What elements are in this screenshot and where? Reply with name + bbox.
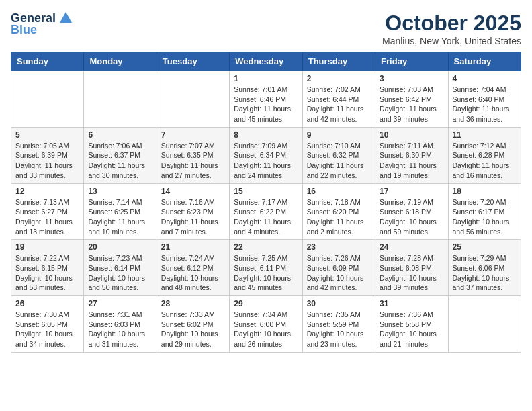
day-info: Sunrise: 7:13 AM Sunset: 6:27 PM Dayligh…	[15, 197, 79, 237]
empty-cell	[448, 296, 521, 353]
day-info: Sunrise: 7:07 AM Sunset: 6:35 PM Dayligh…	[161, 141, 225, 181]
day-number: 23	[307, 242, 371, 252]
day-info: Sunrise: 7:28 AM Sunset: 6:08 PM Dayligh…	[380, 253, 443, 293]
day-number: 7	[161, 130, 225, 140]
day-info: Sunrise: 7:03 AM Sunset: 6:42 PM Dayligh…	[380, 85, 443, 124]
day-info: Sunrise: 7:26 AM Sunset: 6:09 PM Dayligh…	[307, 253, 371, 293]
calendar-day-19: 19Sunrise: 7:22 AM Sunset: 6:15 PM Dayli…	[11, 240, 84, 296]
day-number: 3	[380, 74, 443, 83]
calendar-week-row: 19Sunrise: 7:22 AM Sunset: 6:15 PM Dayli…	[11, 240, 521, 296]
day-number: 25	[453, 242, 517, 252]
day-number: 14	[161, 187, 225, 196]
calendar-day-31: 31Sunrise: 7:36 AM Sunset: 5:58 PM Dayli…	[375, 296, 448, 353]
day-info: Sunrise: 7:11 AM Sunset: 6:30 PM Dayligh…	[380, 141, 443, 181]
day-header-sunday: Sunday	[11, 52, 84, 71]
calendar-day-9: 9Sunrise: 7:10 AM Sunset: 6:32 PM Daylig…	[302, 127, 375, 183]
day-info: Sunrise: 7:22 AM Sunset: 6:15 PM Dayligh…	[15, 253, 79, 293]
day-number: 1	[234, 74, 298, 83]
day-number: 9	[307, 130, 371, 140]
calendar-week-row: 5Sunrise: 7:05 AM Sunset: 6:39 PM Daylig…	[11, 127, 521, 183]
calendar-week-row: 1Sunrise: 7:01 AM Sunset: 6:46 PM Daylig…	[11, 71, 521, 128]
day-info: Sunrise: 7:31 AM Sunset: 6:03 PM Dayligh…	[88, 310, 152, 349]
calendar-day-22: 22Sunrise: 7:25 AM Sunset: 6:11 PM Dayli…	[230, 240, 302, 296]
calendar-day-12: 12Sunrise: 7:13 AM Sunset: 6:27 PM Dayli…	[11, 183, 84, 240]
calendar-day-17: 17Sunrise: 7:19 AM Sunset: 6:18 PM Dayli…	[375, 183, 448, 240]
empty-cell	[84, 71, 157, 128]
calendar-day-8: 8Sunrise: 7:09 AM Sunset: 6:34 PM Daylig…	[230, 127, 302, 183]
day-number: 15	[234, 187, 298, 196]
day-info: Sunrise: 7:05 AM Sunset: 6:39 PM Dayligh…	[15, 141, 79, 181]
day-number: 16	[307, 187, 371, 196]
logo-icon	[58, 11, 73, 26]
day-info: Sunrise: 7:01 AM Sunset: 6:46 PM Dayligh…	[234, 85, 298, 124]
day-info: Sunrise: 7:20 AM Sunset: 6:17 PM Dayligh…	[453, 197, 517, 237]
day-number: 27	[88, 299, 152, 308]
day-header-wednesday: Wednesday	[230, 52, 302, 71]
day-number: 11	[453, 130, 517, 140]
calendar-day-20: 20Sunrise: 7:23 AM Sunset: 6:14 PM Dayli…	[84, 240, 157, 296]
empty-cell	[157, 71, 229, 128]
day-number: 2	[307, 74, 371, 83]
day-info: Sunrise: 7:09 AM Sunset: 6:34 PM Dayligh…	[234, 141, 298, 181]
day-number: 21	[161, 242, 225, 252]
day-info: Sunrise: 7:02 AM Sunset: 6:44 PM Dayligh…	[307, 85, 371, 124]
calendar-day-18: 18Sunrise: 7:20 AM Sunset: 6:17 PM Dayli…	[448, 183, 521, 240]
day-number: 31	[380, 299, 443, 308]
logo-blue-text: Blue	[11, 23, 37, 37]
day-number: 18	[453, 187, 517, 196]
day-info: Sunrise: 7:12 AM Sunset: 6:28 PM Dayligh…	[453, 141, 517, 181]
day-number: 13	[88, 187, 152, 196]
day-header-thursday: Thursday	[302, 52, 375, 71]
svg-marker-0	[60, 12, 72, 23]
empty-cell	[11, 71, 84, 128]
calendar-day-7: 7Sunrise: 7:07 AM Sunset: 6:35 PM Daylig…	[157, 127, 229, 183]
calendar-day-14: 14Sunrise: 7:16 AM Sunset: 6:23 PM Dayli…	[157, 183, 229, 240]
calendar-table: SundayMondayTuesdayWednesdayThursdayFrid…	[11, 52, 521, 353]
calendar-day-1: 1Sunrise: 7:01 AM Sunset: 6:46 PM Daylig…	[230, 71, 302, 128]
calendar-header-row: SundayMondayTuesdayWednesdayThursdayFrid…	[11, 52, 521, 71]
day-info: Sunrise: 7:19 AM Sunset: 6:18 PM Dayligh…	[380, 197, 443, 237]
day-number: 24	[380, 242, 443, 252]
location-text: Manlius, New York, United States	[382, 36, 521, 46]
day-number: 22	[234, 242, 298, 252]
calendar-day-3: 3Sunrise: 7:03 AM Sunset: 6:42 PM Daylig…	[375, 71, 448, 128]
day-info: Sunrise: 7:23 AM Sunset: 6:14 PM Dayligh…	[88, 253, 152, 293]
day-number: 8	[234, 130, 298, 140]
day-info: Sunrise: 7:29 AM Sunset: 6:06 PM Dayligh…	[453, 253, 517, 293]
calendar-day-4: 4Sunrise: 7:04 AM Sunset: 6:40 PM Daylig…	[448, 71, 521, 128]
calendar-day-5: 5Sunrise: 7:05 AM Sunset: 6:39 PM Daylig…	[11, 127, 84, 183]
calendar-day-2: 2Sunrise: 7:02 AM Sunset: 6:44 PM Daylig…	[302, 71, 375, 128]
calendar-day-13: 13Sunrise: 7:14 AM Sunset: 6:25 PM Dayli…	[84, 183, 157, 240]
day-number: 20	[88, 242, 152, 252]
day-info: Sunrise: 7:16 AM Sunset: 6:23 PM Dayligh…	[161, 197, 225, 237]
day-number: 6	[88, 130, 152, 140]
title-section: October 2025 Manlius, New York, United S…	[382, 11, 521, 46]
day-number: 30	[307, 299, 371, 308]
day-info: Sunrise: 7:35 AM Sunset: 5:59 PM Dayligh…	[307, 310, 371, 349]
calendar-day-6: 6Sunrise: 7:06 AM Sunset: 6:37 PM Daylig…	[84, 127, 157, 183]
logo: General Blue	[11, 11, 73, 37]
day-number: 10	[380, 130, 443, 140]
month-title: October 2025	[382, 11, 521, 36]
calendar-day-28: 28Sunrise: 7:33 AM Sunset: 6:02 PM Dayli…	[157, 296, 229, 353]
day-number: 17	[380, 187, 443, 196]
day-number: 5	[15, 130, 79, 140]
day-info: Sunrise: 7:36 AM Sunset: 5:58 PM Dayligh…	[380, 310, 443, 349]
day-info: Sunrise: 7:18 AM Sunset: 6:20 PM Dayligh…	[307, 197, 371, 237]
day-info: Sunrise: 7:25 AM Sunset: 6:11 PM Dayligh…	[234, 253, 298, 293]
calendar-week-row: 26Sunrise: 7:30 AM Sunset: 6:05 PM Dayli…	[11, 296, 521, 353]
day-info: Sunrise: 7:17 AM Sunset: 6:22 PM Dayligh…	[234, 197, 298, 237]
calendar-day-24: 24Sunrise: 7:28 AM Sunset: 6:08 PM Dayli…	[375, 240, 448, 296]
day-number: 29	[234, 299, 298, 308]
calendar-day-29: 29Sunrise: 7:34 AM Sunset: 6:00 PM Dayli…	[230, 296, 302, 353]
day-info: Sunrise: 7:34 AM Sunset: 6:00 PM Dayligh…	[234, 310, 298, 349]
day-info: Sunrise: 7:14 AM Sunset: 6:25 PM Dayligh…	[88, 197, 152, 237]
calendar-day-27: 27Sunrise: 7:31 AM Sunset: 6:03 PM Dayli…	[84, 296, 157, 353]
calendar-day-21: 21Sunrise: 7:24 AM Sunset: 6:12 PM Dayli…	[157, 240, 229, 296]
day-number: 12	[15, 187, 79, 196]
day-header-friday: Friday	[375, 52, 448, 71]
day-info: Sunrise: 7:30 AM Sunset: 6:05 PM Dayligh…	[15, 310, 79, 349]
day-header-saturday: Saturday	[448, 52, 521, 71]
calendar-day-23: 23Sunrise: 7:26 AM Sunset: 6:09 PM Dayli…	[302, 240, 375, 296]
day-header-tuesday: Tuesday	[157, 52, 229, 71]
